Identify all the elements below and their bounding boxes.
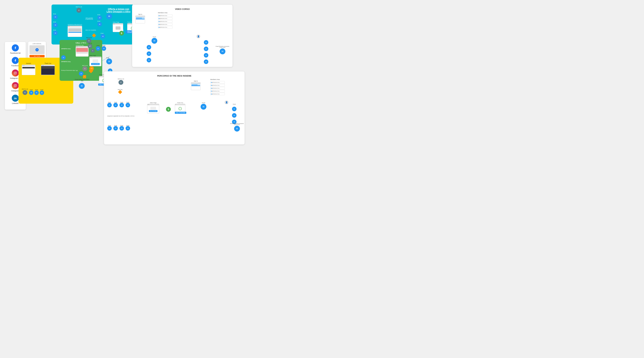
email-yellow-3: Email ✉ <box>40 89 44 95</box>
email-chain-bottom-2: ✉ <box>147 51 151 56</box>
add-to-list-percorso: Add To List ≡ <box>118 78 124 85</box>
purchase-percorso: $ <box>166 107 171 112</box>
email-chain-p-2: ✉ <box>232 113 236 118</box>
facebook-label: Facebook <box>12 65 19 67</box>
facebook-ad-icon <box>12 44 19 51</box>
email-chain-vc: ✉ ✉ ✉ ✉ <box>204 40 208 64</box>
email-icon-recensione-percorso: ✉ <box>234 126 240 131</box>
opt-in-vc: Opt In <box>136 14 145 23</box>
email-chain-percorso: Email ✉ ✉ ✉ <box>232 104 236 124</box>
email-green-1: ✉ <box>61 55 66 60</box>
lock-icon-green: 🔒 <box>83 75 86 78</box>
email-icon-recensione-vc: ✉ <box>220 49 226 54</box>
play-button[interactable] <box>36 48 39 51</box>
ma-browser-4-percorso: Members Area <box>210 90 225 92</box>
email-percorso-right: Email ✉ <box>200 102 206 110</box>
email-icon-yellow-1: ✉ <box>29 90 34 95</box>
email-percorso-2: Email ✉ <box>113 102 118 107</box>
email-yellow-2: Email ✉ <box>34 89 39 95</box>
svg-point-32 <box>15 72 16 74</box>
buy-now-button[interactable]: BUY NOW <box>30 55 44 57</box>
video-corso-title: VIDEO CORSO <box>136 8 229 10</box>
email-chain-icon-3: ✉ <box>204 53 208 58</box>
facebook-ad-label: Facebook Ad <box>10 52 20 54</box>
thankyou-browser-yellow <box>41 65 55 75</box>
email-icon-mid-2: ✉ <box>102 46 106 51</box>
linkedin-label: LinkedIn <box>12 102 19 104</box>
svg-point-36 <box>16 85 16 85</box>
dollar-icon-teal: $ <box>119 31 124 36</box>
ma-browser-4-vc: Members Area <box>158 23 172 26</box>
percorso-title: PERCORSO DI TRE MESI INSIEME <box>107 75 241 77</box>
email-chain-icon-4: ✉ <box>204 60 208 64</box>
person-icon-percorso: 👤 <box>224 100 228 104</box>
cta-sales-percorso[interactable]: CALL TO ACTION <box>149 110 158 112</box>
offerta-call-label: OFFERTA CALL <box>61 48 71 50</box>
email-teal-1: Email ✉ <box>53 13 58 19</box>
email-mid-2: Email ✉ <box>102 45 106 51</box>
opt-in-percorso: Opt In <box>191 80 200 90</box>
sales-page-mid-browser: CALL TO ACTION <box>89 57 102 66</box>
svg-point-33 <box>16 72 16 73</box>
email-icon-green-2: ✉ <box>79 71 84 76</box>
email-percorso-8: Email ✉ <box>126 125 130 131</box>
email-percorso-7: Email ✉ <box>120 125 124 131</box>
add-to-list-teal-label: Add To List <box>76 6 82 8</box>
linkedin-icon <box>12 95 19 102</box>
sales-page-percorso-browser: CALL TO ACTION <box>147 104 159 113</box>
green-title: CALL 1 TO 1 <box>62 42 100 44</box>
menu-icon-mid: ≡ <box>91 49 94 52</box>
diamond-teal <box>92 33 96 37</box>
opt-in-browser-vc <box>136 16 145 23</box>
offerta-call-2-label: OFFERTA CALL <box>61 61 71 62</box>
generic-label: Generic <box>22 63 36 64</box>
offerta-preventivo: OFFERTA PREVENTIVO BUY NOW <box>68 24 82 37</box>
ma-browser-5-percorso: Members Area <box>210 93 225 95</box>
email-icon-vc: ✉ <box>152 38 157 44</box>
sep-label: sequenze separate tra chi ha comprato e … <box>107 115 134 117</box>
email-icon-yellow-2: ✉ <box>34 90 39 95</box>
generic-browser <box>22 65 36 75</box>
cta-button-percorso[interactable]: CALL TO ACTION <box>175 112 186 114</box>
diamond-percorso <box>118 90 122 94</box>
email-teal-large: ✉ <box>106 13 112 19</box>
email-vc: Email ✉ <box>152 36 157 44</box>
email-icon-percorso-right: ✉ <box>200 104 206 110</box>
teal-title: Offerta a tempo conLibro Omaggio o Altro <box>106 8 130 13</box>
email-chain-bottom-3: ✉ <box>147 58 151 62</box>
generic-node: Generic <box>22 63 36 75</box>
add-to-list-green: Add To List ≡ <box>82 65 88 71</box>
email-recensione-vc-label: Email Richiesta recensionea fine corso <box>216 46 229 48</box>
email-icon-nutrisci: ✉ <box>79 83 85 89</box>
add-tag-mid: Add Tg 🏷 <box>88 43 92 49</box>
ma-browser-5-vc: Members Area <box>158 26 172 29</box>
ma-browser-3-vc: Members Area <box>158 20 172 23</box>
tag-icon-mid: 🏷 <box>88 44 92 49</box>
thankyou-percorso: Thank You ✓ <box>175 102 185 112</box>
email-row-percorso: Email ✉ Email ✉ Email ✉ Email ✉ <box>107 102 130 107</box>
purchase-teal: Purchase $ <box>119 30 124 36</box>
email-chain-vc-bottom: ✉ ✉ ✉ <box>147 45 151 62</box>
svg-point-38 <box>14 97 15 98</box>
email-icon-teal-bottom: ✉ <box>100 34 105 39</box>
email-icon-teal-mid1: ✉ <box>98 16 102 20</box>
email-green-2: ✉ <box>79 71 84 76</box>
email-icon-percorso-5: ✉ <box>107 126 112 131</box>
email-percorso-4: Email ✉ <box>126 102 130 107</box>
add-to-list-teal: Add To List ≡ <box>76 6 82 13</box>
cta-sales-mid[interactable]: CALL TO ACTION <box>91 63 100 65</box>
add-tag-percorso: Add Tag <box>118 89 122 93</box>
members-area-column-vc: Members Area Members Area Members Area M… <box>158 12 172 29</box>
email-icon-green-1: ✉ <box>61 55 66 60</box>
percorso-section: PERCORSO DI TRE MESI INSIEME Add To List… <box>104 71 245 145</box>
email-recensione-label: Email per Recensione dopo 1 gg <box>61 70 78 71</box>
email-chain-p-1: ✉ <box>232 107 236 111</box>
sales-page-percorso: Sales Page CALL TO ACTION <box>147 102 159 113</box>
sales-page-mid: Sales Page CALL TO ACTION <box>89 55 102 66</box>
facebook-ad-item: Facebook Ad <box>6 44 24 54</box>
email-mid-row: Email ✉ Email ✉ <box>96 45 106 51</box>
canvas: Facebook Ad Facebook Instagram Ad Instag… <box>0 0 644 358</box>
email-percorso-3: Email ✉ <box>120 102 124 107</box>
video-thumbnail <box>30 45 44 54</box>
video-corso-section: VIDEO CORSO Opt In Email ✉ Members Area <box>132 5 233 67</box>
